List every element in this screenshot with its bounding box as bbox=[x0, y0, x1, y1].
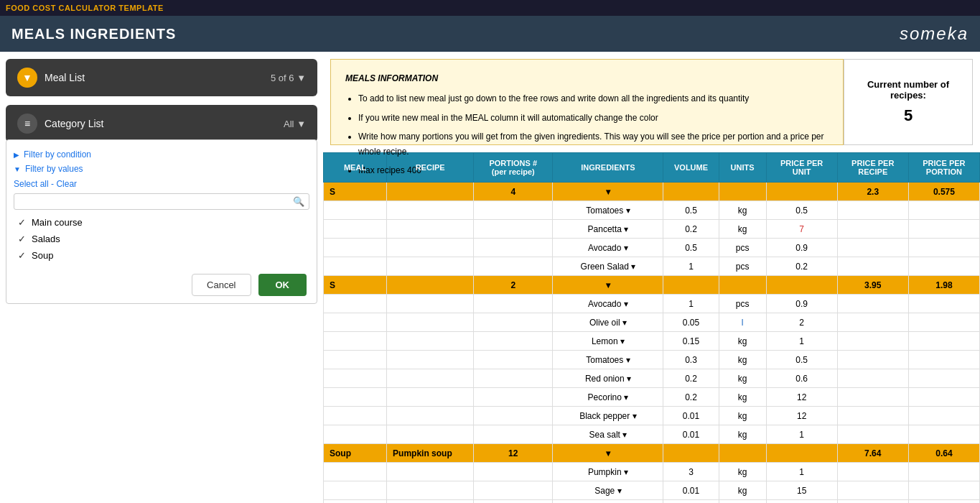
dropdown-arrow[interactable]: ▾ bbox=[606, 448, 610, 458]
cell-recipe bbox=[387, 220, 474, 239]
cell-ppr bbox=[837, 500, 908, 504]
cell-volume: 1 bbox=[663, 257, 719, 276]
cell-ingredients[interactable]: Pumpkin ▾ bbox=[553, 463, 663, 481]
cell-units: kg bbox=[719, 425, 766, 444]
cell-ingredients[interactable]: Lemon ▾ bbox=[553, 332, 663, 351]
cell-meal bbox=[324, 369, 387, 388]
cell-volume: 0.2 bbox=[663, 388, 719, 407]
cell-ppp bbox=[908, 425, 979, 444]
header: MEALS INGREDIENTS someka bbox=[0, 16, 980, 52]
cell-ppp bbox=[908, 351, 979, 369]
cell-recipe bbox=[387, 369, 474, 388]
filter-search-input[interactable] bbox=[19, 197, 293, 207]
cell-volume: 0.5 bbox=[663, 201, 719, 220]
cell-units: l bbox=[719, 313, 766, 332]
info-box: MEALS INFORMATION To add to list new mea… bbox=[330, 59, 844, 145]
cell-units: kg bbox=[719, 388, 766, 407]
category-list-icon: ≡ bbox=[17, 114, 37, 134]
ok-button[interactable]: OK bbox=[258, 274, 307, 296]
cell-units: kg bbox=[719, 351, 766, 369]
table-row: Avocado ▾0.5pcs0.9 bbox=[324, 239, 980, 257]
filter-check-item[interactable]: ✓Salads bbox=[14, 231, 309, 247]
cell-ppu: 0.2 bbox=[766, 257, 837, 276]
meal-list-button[interactable]: ▼ Meal List 5 of 6 ▼ bbox=[6, 59, 317, 96]
clear-link[interactable]: Clear bbox=[56, 179, 77, 189]
cell-ppu: 0.6 bbox=[766, 369, 837, 388]
cell-meal bbox=[324, 425, 387, 444]
cell-ingredients[interactable]: Avocado ▾ bbox=[553, 295, 663, 313]
cell-ppu: 2 bbox=[766, 313, 837, 332]
cell-ppr bbox=[837, 201, 908, 220]
cell-ppu bbox=[766, 183, 837, 201]
filter-links: Select all - Clear bbox=[14, 179, 309, 189]
category-list-button[interactable]: ≡ Category List All ▼ bbox=[6, 105, 317, 142]
cancel-button[interactable]: Cancel bbox=[192, 274, 251, 296]
cell-ingredients[interactable]: Black pepper ▾ bbox=[553, 407, 663, 425]
cell-ppu: 1 bbox=[766, 463, 837, 481]
search-icon: 🔍 bbox=[293, 196, 304, 207]
cell-ingredients[interactable]: ▾ bbox=[553, 183, 663, 201]
filter-check-item[interactable]: ✓Soup bbox=[14, 247, 309, 264]
cell-ingredients[interactable]: Sea salt ▾ bbox=[553, 425, 663, 444]
dropdown-arrow[interactable]: ▾ bbox=[606, 187, 610, 197]
cell-ppr bbox=[837, 313, 908, 332]
cell-ingredients[interactable]: Olive oil ▾ bbox=[553, 313, 663, 332]
cell-ingredients[interactable]: Butter ▾ bbox=[553, 500, 663, 504]
filter-values-arrow: ▼ bbox=[14, 165, 21, 173]
cell-ingredients[interactable]: Sage ▾ bbox=[553, 481, 663, 500]
cell-ppu: 7 bbox=[766, 220, 837, 239]
filter-condition-arrow: ▶ bbox=[14, 151, 19, 159]
cell-ppp bbox=[908, 257, 979, 276]
cell-recipe bbox=[387, 313, 474, 332]
cell-portions bbox=[474, 220, 553, 239]
cell-portions bbox=[474, 463, 553, 481]
ingredients-table: MEALRECIPEPORTIONS #(per recipe)INGREDIE… bbox=[323, 152, 980, 503]
cell-meal: S bbox=[324, 183, 387, 201]
cell-meal bbox=[324, 500, 387, 504]
filter-check-item[interactable]: ✓Main course bbox=[14, 214, 309, 231]
cell-units: pcs bbox=[719, 257, 766, 276]
cell-ingredients[interactable]: ▾ bbox=[553, 276, 663, 295]
cell-ingredients[interactable]: Green Salad ▾ bbox=[553, 257, 663, 276]
cell-ppr bbox=[837, 463, 908, 481]
filter-by-values[interactable]: ▼ Filter by values bbox=[14, 162, 309, 176]
filter-by-condition[interactable]: ▶ Filter by condition bbox=[14, 147, 309, 162]
cell-ingredients[interactable]: ▾ bbox=[553, 444, 663, 463]
cell-ppr: 7.64 bbox=[837, 444, 908, 463]
table-row: SoupPumpkin soup12▾7.640.64 bbox=[324, 444, 980, 463]
cell-ppu: 2 bbox=[766, 500, 837, 504]
meal-list-label: Meal List bbox=[45, 72, 85, 83]
cell-ppr: 3.95 bbox=[837, 276, 908, 295]
cell-meal bbox=[324, 388, 387, 407]
cell-ingredients[interactable]: Pancetta ▾ bbox=[553, 220, 663, 239]
cell-recipe bbox=[387, 481, 474, 500]
cell-units: kg bbox=[719, 481, 766, 500]
cell-volume: 0.5 bbox=[663, 239, 719, 257]
cell-ppu: 0.9 bbox=[766, 295, 837, 313]
table-row: Black pepper ▾0.01kg12 bbox=[324, 407, 980, 425]
cell-ppr bbox=[837, 425, 908, 444]
th-ppp: PRICE PERPORTION bbox=[908, 153, 979, 183]
cell-units: kg bbox=[719, 201, 766, 220]
cell-ppp bbox=[908, 313, 979, 332]
cell-ingredients[interactable]: Avocado ▾ bbox=[553, 239, 663, 257]
cell-ppp bbox=[908, 295, 979, 313]
cell-ppr bbox=[837, 481, 908, 500]
cell-ingredients[interactable]: Red onion ▾ bbox=[553, 369, 663, 388]
dropdown-arrow[interactable]: ▾ bbox=[606, 280, 610, 290]
left-panel: ▼ Meal List 5 of 6 ▼ ≡ Category List All… bbox=[0, 52, 323, 503]
table-row: S4▾2.30.575 bbox=[324, 183, 980, 201]
cell-ingredients[interactable]: Tomatoes ▾ bbox=[553, 201, 663, 220]
cell-meal bbox=[324, 220, 387, 239]
cell-portions bbox=[474, 351, 553, 369]
cell-meal bbox=[324, 239, 387, 257]
cell-meal bbox=[324, 257, 387, 276]
cell-portions: 4 bbox=[474, 183, 553, 201]
cell-recipe bbox=[387, 239, 474, 257]
cell-units: pcs bbox=[719, 295, 766, 313]
cell-ingredients[interactable]: Pecorino ▾ bbox=[553, 388, 663, 407]
filter-search-box[interactable]: 🔍 bbox=[14, 193, 309, 210]
select-all-link[interactable]: Select all bbox=[14, 179, 49, 189]
cell-ingredients[interactable]: Tomatoes ▾ bbox=[553, 351, 663, 369]
cell-ppp bbox=[908, 239, 979, 257]
